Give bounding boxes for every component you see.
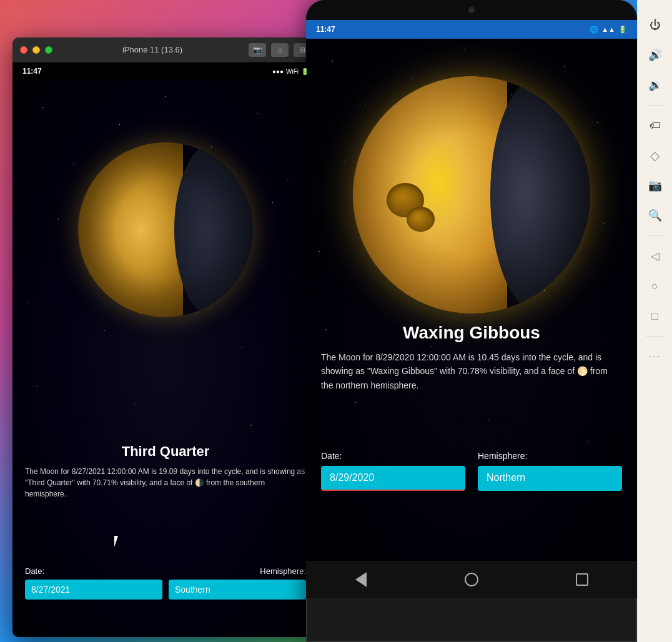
side-toolbar: ⏻ 🔊 🔉 🏷 ◇ 📷 🔍 ◁ ○ □ ··· [637, 0, 672, 642]
android-moon-description: The Moon for 8/29/2020 12:00:00 AM is 10… [321, 350, 622, 392]
android-bottom-nav [306, 561, 637, 598]
close-button[interactable] [20, 46, 27, 54]
ios-date-input[interactable]: 8/27/2021 [25, 580, 162, 600]
recents-square-icon [576, 573, 588, 586]
android-recents-button[interactable] [570, 567, 595, 592]
ios-app-content: Third Quarter The Moon for 8/27/2021 12:… [12, 80, 319, 637]
android-hemisphere-input[interactable]: Northern [478, 466, 622, 491]
android-moon-overlay [353, 76, 590, 314]
simulator-title: iPhone 11 (13.6) [61, 45, 244, 54]
volume-up-button[interactable]: 🔊 [643, 42, 668, 67]
volume-down-button[interactable]: 🔉 [643, 72, 668, 97]
android-status-bar: 11:47 🌐 ▲▲ 🔋 [306, 20, 637, 39]
ios-battery-icon: 🔋 [301, 68, 309, 75]
android-back-button[interactable] [348, 567, 373, 592]
zoom-button[interactable]: 🔍 [643, 203, 668, 228]
tag-icon: 🏷 [650, 119, 661, 132]
eraser-button[interactable]: ◇ [643, 143, 668, 168]
android-top-bezel [306, 0, 637, 20]
ios-status-icons: ●●● WiFi 🔋 [272, 68, 309, 75]
ios-moon-overlay [78, 142, 253, 317]
circle-nav-button[interactable]: ○ [643, 274, 668, 299]
power-button[interactable]: ⏻ [643, 12, 668, 37]
minimize-button[interactable] [32, 46, 40, 54]
camera-button[interactable]: 📷 [643, 173, 668, 198]
android-form-inputs: 8/29/2020 Northern [321, 466, 622, 491]
android-moon [353, 76, 590, 314]
android-status-icons: 🌐 ▲▲ 🔋 [590, 26, 627, 34]
camera-icon: 📷 [648, 179, 662, 192]
home-circle-icon [465, 573, 478, 586]
android-time: 11:47 [316, 25, 335, 34]
toolbar-divider-3 [646, 336, 665, 337]
ios-hemisphere-input[interactable]: Southern [169, 580, 306, 600]
ios-status-bar: 11:47 ●●● WiFi 🔋 [12, 62, 319, 80]
ios-moon-description: The Moon for 8/27/2021 12:00:00 AM is 19… [25, 466, 306, 500]
android-form-labels: Date: Hemisphere: [321, 451, 622, 461]
back-nav-icon: ◁ [651, 249, 660, 263]
power-icon: ⏻ [650, 19, 661, 32]
square-nav-icon: □ [651, 310, 658, 323]
android-form-section: Date: Hemisphere: 8/29/2020 Northern [306, 451, 637, 491]
ios-titlebar: iPhone 11 (13.6) 📷 ⌂ ⊞ [12, 37, 319, 62]
volume-up-icon: 🔊 [648, 48, 662, 62]
ios-moon [78, 142, 253, 317]
toolbar-divider-2 [646, 235, 665, 236]
simulator-controls: 📷 ⌂ ⊞ [249, 43, 311, 57]
android-app-content: Waxing Gibbous The Moon for 8/29/2020 12… [306, 39, 637, 598]
ios-time: 11:47 [22, 67, 42, 76]
android-device: 11:47 🌐 ▲▲ 🔋 Waxing Gibbous The [306, 0, 637, 642]
android-text-section: Waxing Gibbous The Moon for 8/29/2020 12… [306, 323, 637, 392]
ios-signal-icon: ●●● [272, 68, 284, 75]
android-date-input[interactable]: 8/29/2020 [321, 466, 465, 491]
android-camera-dot [468, 7, 475, 13]
android-moon-phase-title: Waxing Gibbous [321, 323, 622, 343]
android-hemisphere-label: Hemisphere: [478, 451, 622, 461]
eraser-icon: ◇ [650, 148, 660, 163]
back-nav-button[interactable]: ◁ [643, 244, 668, 269]
ios-moon-phase-title: Third Quarter [25, 443, 306, 460]
android-date-label: Date: [321, 451, 465, 461]
circle-nav-icon: ○ [651, 280, 658, 293]
volume-down-icon: 🔉 [648, 78, 662, 92]
more-icon: ··· [649, 351, 661, 362]
ios-notch [128, 62, 203, 75]
more-button[interactable]: ··· [643, 344, 668, 369]
ios-simulator: iPhone 11 (13.6) 📷 ⌂ ⊞ 11:47 ●●● WiFi 🔋 [12, 37, 319, 637]
screenshot-button[interactable]: 📷 [249, 43, 266, 57]
ios-date-label: Date: [25, 566, 44, 576]
ios-form-section: Date: Hemisphere: 8/27/2021 Southern [12, 566, 319, 600]
ios-phone-frame: 11:47 ●●● WiFi 🔋 Third Quarter The Moon … [12, 62, 319, 637]
back-triangle-icon [355, 572, 367, 587]
maximize-button[interactable] [45, 46, 52, 54]
zoom-icon: 🔍 [648, 209, 662, 222]
ios-hemisphere-label: Hemisphere: [260, 566, 306, 576]
android-moon-sphere [353, 76, 590, 314]
android-wifi-icon: 🌐 [590, 26, 598, 34]
tag-button[interactable]: 🏷 [643, 113, 668, 138]
ios-form-labels: Date: Hemisphere: [25, 566, 306, 576]
ios-form-inputs: 8/27/2021 Southern [25, 580, 306, 600]
square-nav-button[interactable]: □ [643, 304, 668, 328]
toolbar-divider-1 [646, 105, 665, 106]
ios-wifi-icon: WiFi [286, 68, 299, 75]
home-button[interactable]: ⌂ [271, 43, 289, 57]
ios-text-section: Third Quarter The Moon for 8/27/2021 12:… [12, 443, 319, 500]
android-battery-icon: 🔋 [618, 26, 627, 34]
android-home-button[interactable] [459, 567, 484, 592]
android-signal-icon: ▲▲ [601, 26, 615, 33]
